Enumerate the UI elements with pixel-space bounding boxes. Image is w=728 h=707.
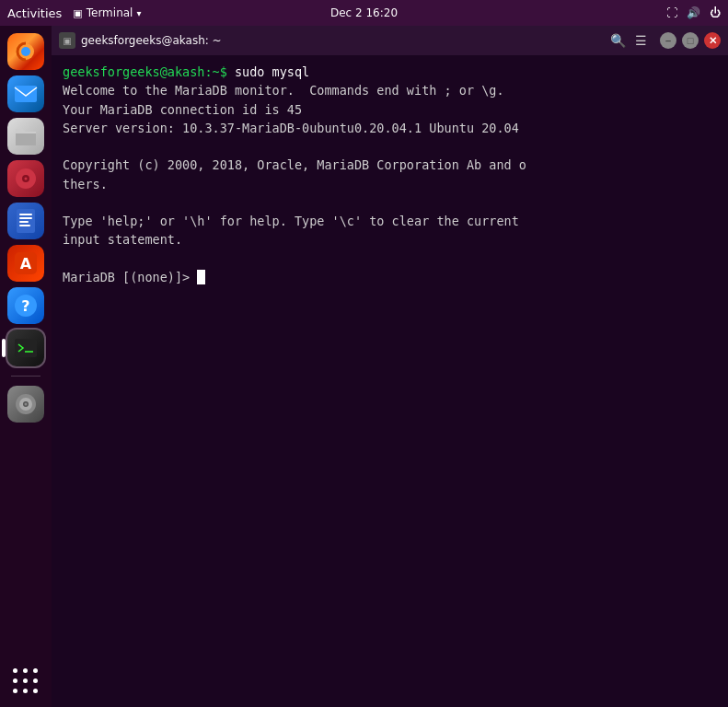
topbar-left: Activities ▣ Terminal ▾ [7, 6, 141, 20]
output-copyright-2: thers. [63, 175, 717, 193]
terminal-cursor [197, 270, 205, 284]
dock-item-terminal[interactable] [7, 330, 44, 366]
prompt-dollar: $ [220, 64, 227, 79]
show-applications-button[interactable] [7, 663, 44, 700]
blank-line-3 [63, 249, 717, 268]
svg-rect-9 [19, 221, 29, 223]
terminal-taskbar-icon: ▣ [73, 7, 82, 19]
svg-rect-7 [19, 214, 32, 215]
terminal-title-icon: ▣ [59, 32, 75, 49]
output-line-3: Server version: 10.3.37-MariaDB-0ubuntu0… [63, 119, 717, 137]
svg-rect-10 [19, 225, 30, 226]
dock-item-email[interactable] [7, 75, 44, 112]
terminal-taskbar-chevron: ▾ [136, 8, 141, 18]
blank-line-2 [63, 193, 717, 212]
svg-point-20 [25, 403, 28, 406]
volume-icon[interactable]: 🔊 [687, 6, 700, 19]
svg-rect-8 [19, 217, 32, 219]
desktop: Activities ▣ Terminal ▾ Dec 2 16:20 ⛶ 🔊 … [0, 0, 728, 707]
search-button[interactable]: 🔍 [610, 33, 626, 48]
svg-point-1 [21, 47, 30, 56]
titlebar-left: ▣ geeksforgeeks@akash: ~ [59, 32, 222, 49]
svg-rect-2 [15, 86, 37, 102]
prompt-line: geeksforgeeks@akash:~$ sudo mysql [63, 63, 717, 81]
dock-item-firefox[interactable] [7, 33, 44, 70]
terminal-taskbar-item[interactable]: ▣ Terminal ▾ [73, 6, 141, 19]
dock-item-writer[interactable] [7, 203, 44, 239]
terminal-titlebar: ▣ geeksforgeeks@akash: ~ 🔍 ☰ – □ ✕ [52, 26, 728, 55]
menu-button[interactable]: ☰ [635, 33, 647, 48]
output-help-2: input statement. [63, 230, 717, 249]
topbar: Activities ▣ Terminal ▾ Dec 2 16:20 ⛶ 🔊 … [0, 0, 728, 26]
command-text: sudo mysql [227, 64, 309, 79]
svg-text:A: A [20, 255, 32, 272]
output-help-1: Type 'help;' or '\h' for help. Type '\c'… [63, 212, 717, 230]
close-button[interactable]: ✕ [704, 32, 721, 49]
terminal-body[interactable]: geeksforgeeks@akash:~$ sudo mysql Welcom… [52, 55, 728, 707]
activities-button[interactable]: Activities [7, 6, 62, 20]
mariadb-prompt-line: MariaDB [(none)]> [63, 268, 717, 286]
prompt-path: :~ [204, 64, 219, 79]
terminal-window: ▣ geeksforgeeks@akash: ~ 🔍 ☰ – □ ✕ geeks… [52, 26, 728, 707]
terminal-taskbar-label: Terminal [87, 6, 133, 19]
output-line-1: Welcome to the MariaDB monitor. Commands… [63, 81, 717, 99]
dock-item-files[interactable] [7, 118, 44, 155]
svg-rect-15 [15, 339, 37, 357]
dock-item-help[interactable]: ? [7, 287, 44, 324]
network-icon[interactable]: ⛶ [666, 6, 677, 19]
blank-line-1 [63, 137, 717, 156]
dock-item-appstore[interactable]: A [7, 245, 44, 282]
topbar-datetime: Dec 2 16:20 [330, 6, 398, 19]
topbar-right: ⛶ 🔊 ⏻ [666, 6, 721, 19]
titlebar-right: 🔍 ☰ – □ ✕ [610, 32, 721, 49]
dock-item-cd[interactable] [7, 386, 44, 423]
output-line-2: Your MariaDB connection id is 45 [63, 100, 717, 119]
apps-grid-icon [11, 666, 40, 696]
output-copyright-1: Copyright (c) 2000, 2018, Oracle, MariaD… [63, 156, 717, 174]
svg-point-5 [25, 178, 28, 180]
dock-divider [11, 376, 40, 377]
mariadb-prompt: MariaDB [(none)]> [63, 270, 197, 284]
minimize-button[interactable]: – [660, 32, 676, 49]
power-icon[interactable]: ⏻ [710, 6, 721, 19]
dock-item-music[interactable] [7, 160, 44, 197]
prompt-user: geeksforgeeks@akash [63, 64, 204, 79]
svg-text:?: ? [21, 297, 29, 315]
maximize-button[interactable]: □ [682, 32, 699, 49]
dock: A ? [0, 26, 52, 707]
terminal-window-title: geeksforgeeks@akash: ~ [81, 34, 222, 47]
